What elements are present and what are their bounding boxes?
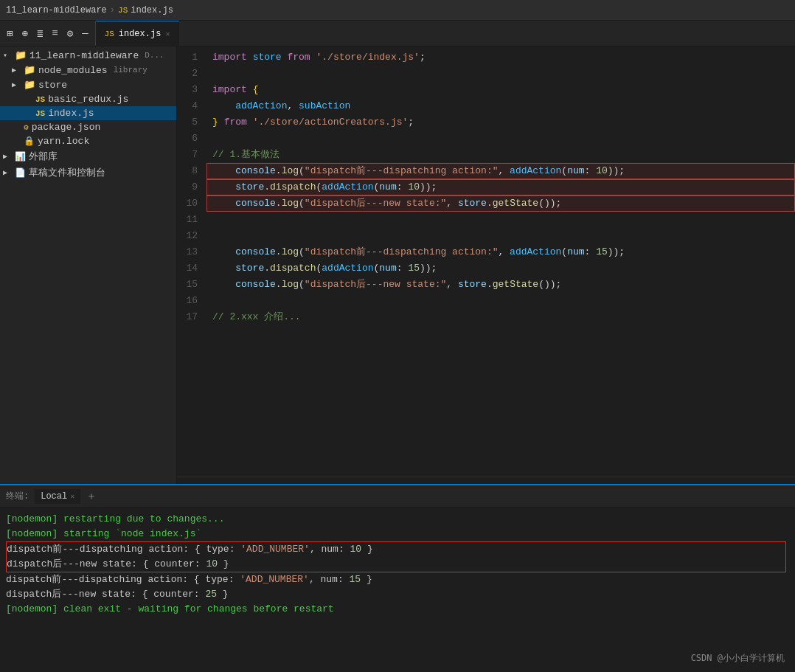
kw-from-2: from	[224, 114, 247, 131]
sidebar-item-yarn-lock[interactable]: ▶ 🔒 yarn.lock	[0, 134, 176, 148]
store-obj-10: store	[458, 195, 487, 212]
code-line-8: console . log ( "dispatch前---dispatching…	[206, 163, 795, 179]
terminal-text-1: [nodemon] restarting due to changes...	[6, 513, 224, 524]
code-line-14: store . dispatch ( addAction ( num : 15 …	[206, 260, 795, 277]
code-line-5: } from './store/actionCreators.js' ;	[206, 114, 795, 131]
terminal-tab-bar: 终端: Local ✕ ＋	[0, 485, 795, 508]
tab-bar: ⊞ ⊕ ≣ ≡ ⚙ — JS index.js ✕	[0, 21, 795, 46]
terminal-box-1: dispatch前---dispatching action: { type: …	[6, 541, 786, 572]
terminal-content: [nodemon] restarting due to changes... […	[0, 508, 795, 672]
ln-3: 3	[183, 82, 198, 98]
store-folder-icon: 📁	[24, 79, 35, 91]
str-dispatch-post-15: "dispatch后---new state:"	[305, 277, 446, 293]
root-folder-label: 11_learn-middleware	[29, 50, 139, 61]
tab-js-icon: JS	[105, 30, 114, 38]
index-js-label: index.js	[48, 108, 94, 119]
index-js-icon: JS	[35, 109, 45, 118]
sidebar-item-index-js[interactable]: ▶ JS index.js	[0, 106, 176, 120]
terminal-add-button[interactable]: ＋	[86, 490, 97, 503]
kw-import-2: import	[212, 82, 247, 98]
editor-tab-indexjs[interactable]: JS index.js ✕	[96, 21, 180, 46]
code-line-15: console . log ( "dispatch后---new state:"…	[206, 277, 795, 293]
watermark: CSDN @小小白学计算机	[691, 652, 785, 665]
package-json-icon: ⚙	[24, 122, 29, 132]
getstate-fn-10: getState	[493, 195, 538, 212]
toolbar-icon-settings[interactable]: ⚙	[65, 26, 75, 41]
console-obj-13: console	[235, 244, 276, 260]
sidebar-item-store-folder[interactable]: ▶ 📁 store	[0, 77, 176, 92]
kw-from-1: from	[287, 49, 310, 66]
terminal-line-6: dispatch后---new state: { counter: 25 }	[6, 587, 789, 602]
kw-import-1: import	[212, 49, 247, 66]
editor-area: 1 2 3 4 5 6 7 8 9 10 11 12 13 14 15 16 1	[177, 46, 795, 484]
terminal-text-6: dispatch后---new state: { counter:	[6, 589, 205, 600]
dispatch-fn-14: dispatch	[270, 260, 316, 277]
line-numbers: 1 2 3 4 5 6 7 8 9 10 11 12 13 14 15 16 1	[177, 46, 206, 477]
sidebar-item-scratch[interactable]: ▶ 📄 草稿文件和控制台	[0, 164, 176, 181]
ln-4: 4	[183, 98, 198, 114]
terminal-text-4: dispatch后---new state: { counter:	[7, 558, 206, 569]
store-obj-9: store	[235, 179, 264, 195]
code-line-2	[206, 66, 795, 82]
terminal-line-2: [nodemon] starting `node index.js`	[6, 527, 789, 541]
terminal-text-7: [nodemon] clean exit - waiting for chang…	[6, 603, 334, 614]
terminal-line-1: [nodemon] restarting due to changes...	[6, 512, 789, 527]
breadcrumb: 11_learn-middleware › JS index.js	[6, 5, 173, 15]
store-obj-15: store	[458, 277, 487, 293]
comment-1: // 1.基本做法	[212, 147, 280, 163]
log-fn-13: log	[282, 244, 299, 260]
ln-8: 8	[183, 163, 198, 179]
ln-6: 6	[183, 131, 198, 147]
code-line-16	[206, 293, 795, 309]
console-obj-10: console	[235, 195, 276, 212]
sidebar: ▾ 📁 11_learn-middleware D... ▶ 📁 node_mo…	[0, 46, 177, 484]
terminal-line-3: dispatch前---dispatching action: { type: …	[7, 542, 785, 557]
tab-label: index.js	[119, 29, 162, 39]
terminal-tab-close[interactable]: ✕	[70, 492, 74, 501]
log-fn-15: log	[282, 277, 299, 293]
var-subaction: subAction	[299, 98, 350, 114]
code-line-13: console . log ( "dispatch前---dispatching…	[206, 244, 795, 260]
terminal-text-3-pre: dispatch前---dispatching action: { type:	[7, 544, 240, 555]
code-line-17: // 2.xxx 介绍...	[206, 309, 795, 325]
sidebar-item-basic-redux[interactable]: ▶ JS basic_redux.js	[0, 92, 176, 106]
code-lines: import store from './store/index.js' ; i	[206, 46, 795, 477]
ln-2: 2	[183, 66, 198, 82]
toolbar-icon-grid[interactable]: ⊞	[4, 26, 15, 41]
sidebar-item-package-json[interactable]: ▶ ⚙ package.json	[0, 120, 176, 134]
editor-content[interactable]: 1 2 3 4 5 6 7 8 9 10 11 12 13 14 15 16 1	[177, 46, 795, 477]
ln-9: 9	[183, 179, 198, 195]
package-json-label: package.json	[32, 122, 101, 133]
getstate-fn-15: getState	[493, 277, 538, 293]
tab-icon-small: JS	[118, 6, 128, 15]
doc-icon: 📄	[15, 167, 26, 179]
ln-5: 5	[183, 114, 198, 131]
toolbar-icon-list1[interactable]: ≣	[35, 26, 45, 41]
code-line-3: import {	[206, 82, 795, 98]
terminal-tab-local[interactable]: Local ✕	[35, 489, 80, 504]
dispatch-fn-9: dispatch	[270, 179, 316, 195]
external-libs-label: 外部库	[29, 150, 58, 163]
chevron-down-icon: ▾	[3, 51, 12, 60]
main-area: ▾ 📁 11_learn-middleware D... ▶ 📁 node_mo…	[0, 46, 795, 484]
title-bar: 11_learn-middleware › JS index.js	[0, 0, 795, 21]
terminal-text-5-pre: dispatch前---dispatching action: { type:	[6, 574, 240, 585]
scratch-label: 草稿文件和控制台	[29, 166, 105, 179]
terminal-text-3-type: 'ADD_NUMBER'	[240, 544, 310, 555]
sidebar-item-root-folder[interactable]: ▾ 📁 11_learn-middleware D...	[0, 48, 176, 63]
console-obj-15: console	[235, 277, 276, 293]
terminal-panel: 终端: Local ✕ ＋ [nodemon] restarting due t…	[0, 484, 795, 672]
sidebar-item-node-modules[interactable]: ▶ 📁 node_modules library	[0, 63, 176, 77]
sidebar-item-external-libs[interactable]: ▶ 📊 外部库	[0, 148, 176, 164]
tab-close-button[interactable]: ✕	[165, 30, 170, 38]
terminal-tab-label: Local	[41, 491, 67, 502]
toolbar-icon-list2[interactable]: ≡	[49, 26, 60, 41]
toolbar-icon-globe[interactable]: ⊕	[19, 26, 29, 41]
ln-11: 11	[183, 212, 198, 228]
ln-14: 14	[183, 260, 198, 277]
terminal-text-3-num: 10	[350, 544, 361, 555]
basic-redux-js-icon: JS	[35, 95, 45, 104]
horizontal-scrollbar[interactable]	[177, 477, 795, 484]
code-line-9: store . dispatch ( addAction ( num : 10 …	[206, 179, 795, 195]
toolbar-icon-minimize[interactable]: —	[80, 26, 90, 41]
